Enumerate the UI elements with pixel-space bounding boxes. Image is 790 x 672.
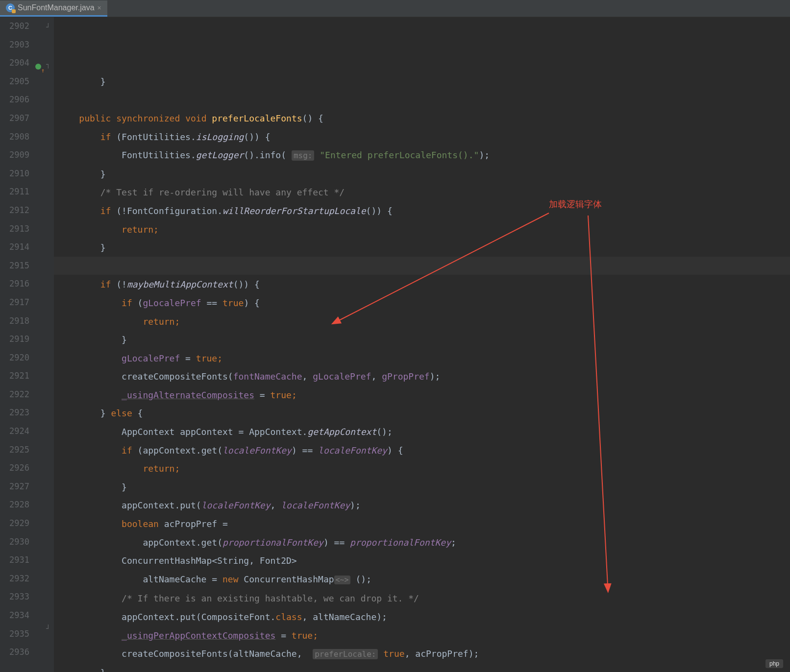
fold-end-icon[interactable]: ┘ <box>46 624 50 632</box>
line-number: 2936 <box>0 643 29 662</box>
line-number: 2919 <box>0 330 29 349</box>
fold-start-icon[interactable]: ┐ <box>46 60 50 68</box>
line-number: 2909 <box>0 146 29 165</box>
line-number: 2922 <box>0 385 29 404</box>
line-number: 2917 <box>0 293 29 312</box>
close-icon[interactable]: × <box>98 4 101 12</box>
override-gutter-icon[interactable] <box>35 64 41 70</box>
tab-filename: SunFontManager.java <box>18 3 95 12</box>
tab-bar: C SunFontManager.java × <box>0 0 790 17</box>
line-number: 2904 <box>0 54 29 72</box>
line-number: 2905 <box>0 72 29 91</box>
line-number: 2931 <box>0 551 29 570</box>
line-number: 2903 <box>0 36 29 54</box>
line-number: 2911 <box>0 183 29 201</box>
line-number: 2902 <box>0 17 29 36</box>
line-number: 2920 <box>0 349 29 367</box>
line-number: 2923 <box>0 404 29 422</box>
line-number: 2914 <box>0 238 29 257</box>
line-number: 2915 <box>0 257 29 275</box>
line-number: 2918 <box>0 312 29 331</box>
line-number: 2907 <box>0 109 29 128</box>
line-number: 2924 <box>0 422 29 441</box>
line-number: 2932 <box>0 570 29 588</box>
annotation-label: 加载逻辑字体 <box>549 198 602 210</box>
line-number: 2906 <box>0 91 29 109</box>
fold-end-icon[interactable]: ┘ <box>46 23 50 31</box>
line-number: 2929 <box>0 514 29 533</box>
line-number: 2928 <box>0 496 29 514</box>
fold-column: ┘ ┐ ┘ <box>44 17 54 672</box>
code-area[interactable]: } public synchronized void preferLocaleF… <box>54 17 790 672</box>
line-number: 2912 <box>0 201 29 220</box>
line-number: 2921 <box>0 367 29 385</box>
line-number: 2908 <box>0 128 29 146</box>
line-number: 2934 <box>0 606 29 625</box>
line-number: 2910 <box>0 165 29 183</box>
line-number: 2935 <box>0 625 29 644</box>
line-number: 2925 <box>0 441 29 459</box>
line-number: 2933 <box>0 588 29 606</box>
tab-active[interactable]: C SunFontManager.java × <box>0 0 107 17</box>
line-number: 2927 <box>0 478 29 496</box>
line-number: 2913 <box>0 220 29 239</box>
line-number: 2930 <box>0 533 29 552</box>
code-content: } public synchronized void preferLocaleF… <box>58 72 790 672</box>
java-class-icon: C <box>6 3 15 12</box>
code-editor[interactable]: 2902290329042905290629072908290929102911… <box>0 17 790 672</box>
line-number: 2926 <box>0 459 29 478</box>
line-gutter: 2902290329042905290629072908290929102911… <box>0 17 44 672</box>
line-number: 2916 <box>0 275 29 293</box>
